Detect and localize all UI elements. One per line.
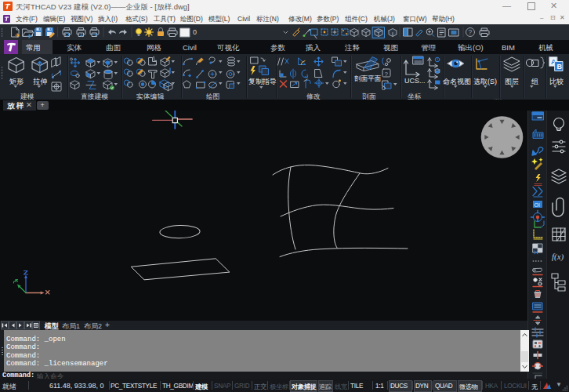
svg-text:f(x): f(x): [552, 252, 564, 262]
svg-text:OI: OI: [535, 202, 540, 208]
svg-text:?: ?: [469, 28, 473, 36]
